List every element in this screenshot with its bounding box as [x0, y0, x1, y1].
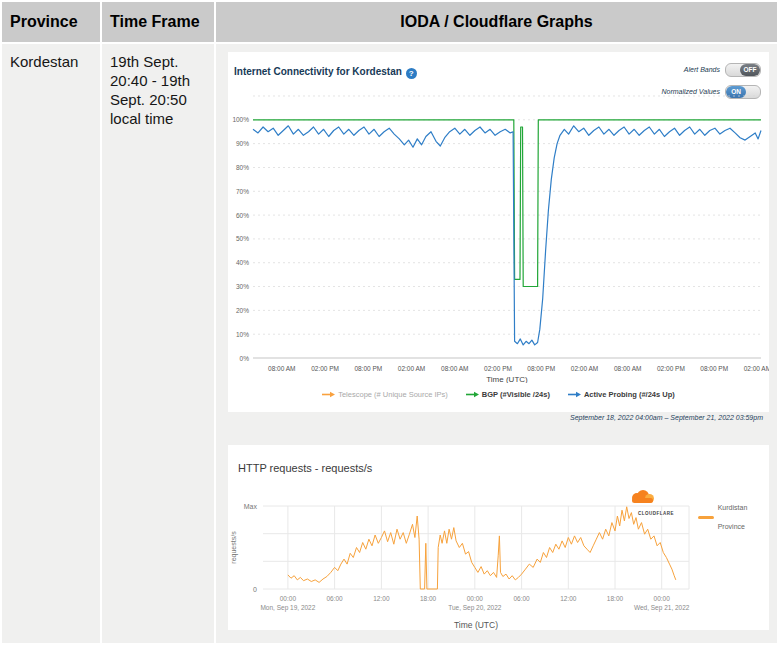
svg-text:00:00: 00:00 [280, 595, 297, 602]
cf-legend-label: Kurdistan Province [718, 498, 769, 536]
cf-legend-swatch [698, 516, 714, 519]
normalized-values-toggle[interactable]: ON [725, 85, 761, 99]
ioda-title-wrap: Internet Connectivity for Kordestan? [234, 60, 417, 81]
svg-text:06:00: 06:00 [326, 595, 343, 602]
col-header-province: Province [2, 2, 100, 42]
svg-text:12:00: 12:00 [560, 595, 577, 602]
svg-text:Mon, Sep 19, 2022: Mon, Sep 19, 2022 [260, 604, 315, 612]
svg-text:02:00 PM: 02:00 PM [657, 365, 685, 372]
province-cell: Kordestan [2, 44, 100, 643]
svg-text:30%: 30% [236, 283, 249, 290]
legend-arrow-icon [568, 391, 581, 398]
svg-text:0: 0 [253, 586, 257, 593]
cloudflare-chart-title: HTTP requests - requests/s [228, 445, 769, 478]
svg-text:20%: 20% [236, 307, 249, 314]
svg-text:Tue, Sep 20, 2022: Tue, Sep 20, 2022 [448, 604, 502, 612]
svg-text:06:00: 06:00 [513, 595, 530, 602]
svg-text:100%: 100% [232, 116, 249, 123]
legend-label: Telescope (# Unique Source IPs) [338, 385, 448, 404]
svg-text:02:00 PM: 02:00 PM [311, 365, 339, 372]
cloudflare-graph-card: HTTP requests - requests/s 00:00Mon, Sep… [228, 445, 769, 630]
svg-text:02:00 PM: 02:00 PM [484, 365, 512, 372]
alert-bands-toggle[interactable]: OFF [725, 63, 761, 77]
cloudflare-cloud-icon [626, 489, 656, 505]
svg-text:08:00 PM: 08:00 PM [527, 365, 555, 372]
svg-text:40%: 40% [236, 259, 249, 266]
normalized-values-label: Normalized Values [662, 82, 721, 101]
date-range-label: September 18, 2022 04:00am – September 2… [228, 404, 769, 427]
svg-text:Time (UTC): Time (UTC) [454, 620, 498, 630]
svg-text:18:00: 18:00 [420, 595, 437, 602]
svg-text:08:00 PM: 08:00 PM [700, 365, 728, 372]
legend-arrow-icon [466, 391, 479, 398]
svg-text:80%: 80% [236, 164, 249, 171]
svg-text:60%: 60% [236, 212, 249, 219]
toggle-knob [726, 64, 740, 76]
svg-text:12:00: 12:00 [373, 595, 390, 602]
col-header-graphs: IODA / Cloudflare Graphs [216, 2, 777, 42]
svg-text:50%: 50% [236, 235, 249, 242]
svg-text:00:00: 00:00 [654, 595, 671, 602]
cloudflare-logo: CLOUDFLARE [626, 489, 686, 523]
help-icon[interactable]: ? [406, 68, 417, 79]
alert-bands-label: Alert Bands [684, 60, 720, 79]
legend-item-active-probing[interactable]: Active Probing (#/24s Up) [568, 385, 675, 404]
svg-text:10%: 10% [236, 331, 249, 338]
svg-text:0%: 0% [240, 355, 250, 362]
cloudflare-logo-text: CLOUDFLARE [626, 504, 686, 523]
svg-text:02:00 AM: 02:00 AM [571, 365, 598, 372]
legend-item-telescope[interactable]: Telescope (# Unique Source IPs) [322, 385, 448, 404]
svg-text:90%: 90% [236, 140, 249, 147]
svg-text:70%: 70% [236, 188, 249, 195]
toggle-state-off: OFF [740, 64, 760, 76]
ioda-graph-card: Internet Connectivity for Kordestan? Ale… [228, 52, 769, 412]
normalized-values-row: Normalized Values ON [662, 82, 762, 101]
cf-legend-item[interactable]: Kurdistan Province [698, 498, 769, 536]
svg-text:08:00 AM: 08:00 AM [441, 365, 468, 372]
svg-text:08:00 PM: 08:00 PM [354, 365, 382, 372]
svg-text:02:00 AM: 02:00 AM [744, 365, 769, 372]
report-table: Province Time Frame IODA / Cloudflare Gr… [0, 0, 779, 645]
cloudflare-chart-svg[interactable]: 00:00Mon, Sep 19, 202206:0012:0018:0000:… [228, 488, 769, 636]
ioda-chart-svg[interactable]: 0%10%20%30%40%50%60%70%80%90%100%08:00 A… [228, 88, 769, 383]
svg-text:02:00 AM: 02:00 AM [398, 365, 425, 372]
legend-label: BGP (#Visible /24s) [482, 385, 550, 404]
ioda-header: Internet Connectivity for Kordestan? Ale… [228, 52, 769, 88]
graphs-cell: Internet Connectivity for Kordestan? Ale… [216, 44, 777, 643]
legend-item-bgp[interactable]: BGP (#Visible /24s) [466, 385, 550, 404]
svg-text:08:00 AM: 08:00 AM [614, 365, 641, 372]
timeframe-cell: 19th Sept. 20:40 - 19th Sept. 20:50 loca… [102, 44, 214, 643]
svg-text:Time (UTC): Time (UTC) [486, 375, 528, 383]
svg-text:requests/s: requests/s [230, 531, 238, 564]
ioda-chart-legend: Telescope (# Unique Source IPs) BGP (#Vi… [228, 385, 769, 404]
legend-label: Active Probing (#/24s Up) [584, 385, 675, 404]
ioda-chart-title: Internet Connectivity for Kordestan [234, 66, 402, 77]
alert-bands-row: Alert Bands OFF [662, 60, 762, 79]
legend-arrow-icon [322, 391, 335, 398]
svg-text:Wed, Sep 21, 2022: Wed, Sep 21, 2022 [634, 604, 690, 612]
table-row: Kordestan 19th Sept. 20:40 - 19th Sept. … [2, 44, 777, 643]
col-header-timeframe: Time Frame [102, 2, 214, 42]
svg-text:08:00 AM: 08:00 AM [268, 365, 295, 372]
svg-text:18:00: 18:00 [607, 595, 624, 602]
svg-text:Max: Max [244, 503, 258, 510]
svg-text:00:00: 00:00 [467, 595, 484, 602]
ioda-toggles: Alert Bands OFF Normalized Values ON [662, 60, 762, 101]
